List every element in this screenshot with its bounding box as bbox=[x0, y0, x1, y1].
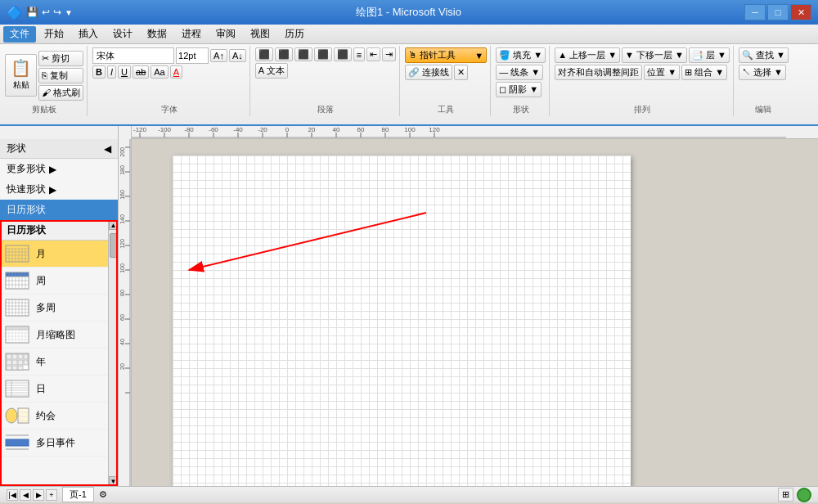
quick-redo[interactable]: ↪ bbox=[53, 7, 61, 18]
svg-text:80: 80 bbox=[119, 290, 125, 296]
shape-appointment[interactable]: 约会 bbox=[0, 403, 118, 430]
bring-forward-button[interactable]: ▲ 上移一层 ▼ bbox=[555, 47, 620, 63]
multidayevent-icon bbox=[5, 433, 29, 452]
find-button[interactable]: 🔍 查找 ▼ bbox=[739, 47, 789, 63]
menu-file[interactable]: 文件 bbox=[3, 26, 36, 43]
menu-process[interactable]: 进程 bbox=[175, 26, 208, 43]
quick-undo[interactable]: ↩ bbox=[42, 7, 50, 18]
drawing-page[interactable] bbox=[173, 155, 631, 486]
shape-label: 形状 bbox=[496, 103, 546, 116]
align-top-center[interactable]: ⬛ bbox=[275, 47, 293, 61]
font-size-input[interactable] bbox=[176, 47, 209, 64]
svg-rect-61 bbox=[6, 326, 29, 330]
svg-rect-76 bbox=[7, 360, 11, 365]
page-tab[interactable]: 页-1 bbox=[62, 487, 94, 502]
copy-button[interactable]: ⎘ 复制 bbox=[38, 68, 83, 83]
align-bottom-center[interactable]: ⬛ bbox=[334, 47, 352, 61]
send-backward-button[interactable]: ▼ 下移一层 ▼ bbox=[622, 47, 687, 63]
align-auto-button[interactable]: 对齐和自动调整间距 bbox=[555, 65, 642, 80]
indent-increase[interactable]: ⇥ bbox=[382, 47, 396, 61]
shape-multiweek[interactable]: 多周 bbox=[0, 295, 118, 322]
connector-x-button[interactable]: ✕ bbox=[454, 65, 468, 80]
quick-dropdown[interactable]: ▼ bbox=[65, 8, 73, 17]
calendar-shapes-section[interactable]: 日历形状 bbox=[0, 200, 118, 220]
more-shapes-section[interactable]: 更多形状 ▶ bbox=[0, 159, 118, 179]
layer-button[interactable]: 📑 层 ▼ bbox=[689, 47, 730, 63]
align-top-right[interactable]: ⬛ bbox=[294, 47, 312, 61]
menu-start[interactable]: 开始 bbox=[38, 26, 70, 43]
font-shrink-button[interactable]: A↓ bbox=[229, 49, 246, 62]
indent-decrease[interactable]: ⇤ bbox=[366, 47, 380, 61]
position-button[interactable]: 位置 ▼ bbox=[644, 65, 680, 80]
menu-view[interactable]: 视图 bbox=[244, 26, 276, 43]
maximize-button[interactable]: □ bbox=[767, 4, 789, 20]
minimize-button[interactable]: ─ bbox=[744, 4, 766, 20]
zoom-fit-button[interactable]: ⊞ bbox=[778, 488, 793, 502]
shape-week[interactable]: 周 bbox=[0, 268, 118, 295]
scroll-up-button[interactable]: ▲ bbox=[109, 220, 119, 230]
shape-week-label: 周 bbox=[36, 274, 46, 288]
shape-month[interactable]: 月 bbox=[0, 241, 118, 268]
font-grow-button[interactable]: A↑ bbox=[210, 49, 227, 62]
menu-data[interactable]: 数据 bbox=[141, 26, 173, 43]
shapes-scrollbar[interactable]: ▲ ▼ bbox=[108, 220, 118, 486]
align-bottom-left[interactable]: ⬛ bbox=[314, 47, 332, 61]
menu-design[interactable]: 设计 bbox=[106, 26, 139, 43]
menu-review[interactable]: 审阅 bbox=[209, 26, 242, 43]
paste-button[interactable]: 📋 粘贴 bbox=[5, 54, 37, 97]
menu-history[interactable]: 历历 bbox=[278, 26, 311, 43]
shadow-button[interactable]: ◻ 阴影 ▼ bbox=[496, 82, 542, 97]
ribbon-group-paragraph: ⬛ ⬛ ⬛ ⬛ ⬛ ≡ ⇤ ⇥ A 文本 段落 bbox=[252, 46, 400, 116]
bold-button[interactable]: B bbox=[92, 65, 106, 79]
quick-shapes-section[interactable]: 快速形状 ▶ bbox=[0, 179, 118, 200]
new-page-button[interactable]: + bbox=[46, 489, 57, 501]
scroll-thumb[interactable] bbox=[110, 233, 118, 258]
svg-text:180: 180 bbox=[119, 165, 125, 175]
shape-monththumb[interactable]: 月缩略图 bbox=[0, 322, 118, 349]
underline-button[interactable]: U bbox=[118, 65, 131, 79]
svg-rect-78 bbox=[18, 360, 23, 365]
shape-month-label: 月 bbox=[36, 247, 46, 261]
line-button[interactable]: — 线条 ▼ bbox=[496, 65, 543, 80]
pointer-tool-button[interactable]: 🖱 指针工具▼ bbox=[405, 47, 487, 63]
zoom-indicator[interactable] bbox=[797, 488, 811, 502]
font-family-input[interactable] bbox=[92, 47, 174, 64]
scroll-down-button[interactable]: ▼ bbox=[109, 476, 119, 486]
cut-button[interactable]: ✂ 剪切 bbox=[38, 51, 83, 66]
select-button[interactable]: ↖ 选择 ▼ bbox=[739, 65, 786, 80]
window-title: 绘图1 - Microsoft Visio bbox=[73, 5, 744, 20]
format-painter-button[interactable]: 🖌 格式刷 bbox=[38, 85, 83, 101]
list-button[interactable]: ≡ bbox=[353, 47, 365, 61]
strikethrough-button[interactable]: ab bbox=[133, 65, 149, 79]
app-icon: 🔷 bbox=[7, 5, 23, 20]
svg-text:0: 0 bbox=[285, 126, 290, 133]
shapes-header[interactable]: 形状 ◀ bbox=[0, 139, 118, 159]
day-icon bbox=[5, 379, 29, 398]
svg-point-91 bbox=[6, 408, 17, 423]
align-top-left[interactable]: ⬛ bbox=[255, 47, 273, 61]
close-button[interactable]: ✕ bbox=[790, 4, 811, 20]
font-color-button[interactable]: A bbox=[170, 65, 182, 79]
group-button[interactable]: ⊞ 组合 ▼ bbox=[681, 65, 727, 80]
canvas-area[interactable] bbox=[132, 139, 818, 486]
quick-save[interactable]: 💾 bbox=[26, 7, 38, 18]
shape-day[interactable]: 日 bbox=[0, 376, 118, 403]
change-case-button[interactable]: Aa bbox=[151, 65, 168, 79]
shape-multidayevent[interactable]: 多日事件 bbox=[0, 430, 118, 457]
year-icon bbox=[5, 352, 29, 371]
page-options[interactable]: ⚙ bbox=[99, 489, 107, 500]
shape-year[interactable]: 年 bbox=[0, 349, 118, 376]
menu-insert[interactable]: 插入 bbox=[72, 26, 105, 43]
text-button[interactable]: A 文本 bbox=[255, 63, 288, 79]
fill-button[interactable]: 🪣 填充 ▼ bbox=[496, 47, 546, 63]
prev-page-button[interactable]: ◀ bbox=[20, 489, 31, 501]
next-page-button[interactable]: ▶ bbox=[33, 489, 44, 501]
first-page-button[interactable]: |◀ bbox=[7, 489, 18, 501]
svg-text:-40: -40 bbox=[233, 126, 243, 133]
svg-text:-60: -60 bbox=[209, 126, 218, 133]
shapes-scroll[interactable]: 月 bbox=[0, 241, 118, 486]
svg-text:-120: -120 bbox=[133, 126, 147, 133]
svg-rect-96 bbox=[6, 439, 29, 446]
italic-button[interactable]: I bbox=[107, 65, 116, 79]
connector-button[interactable]: 🔗 连接线 bbox=[405, 65, 452, 80]
